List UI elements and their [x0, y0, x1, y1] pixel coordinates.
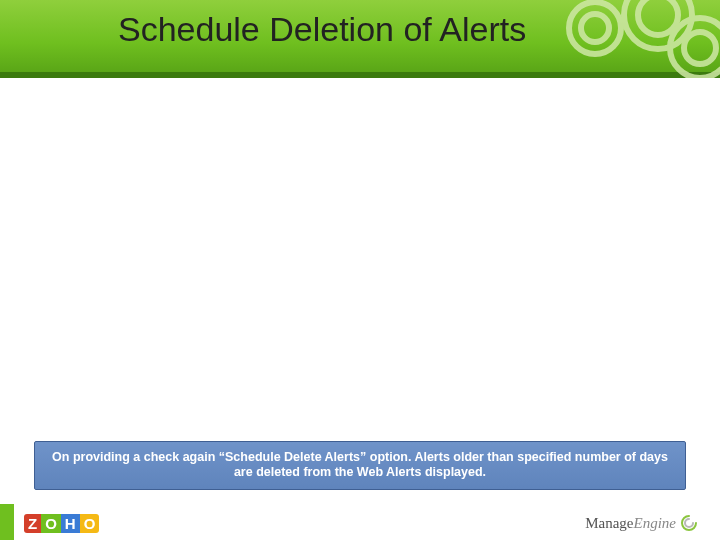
zoho-h: H	[61, 514, 80, 533]
manageengine-text: ManageEngine	[585, 514, 676, 532]
footer: Z O H O ManageEngine	[0, 504, 720, 540]
description-callout: On providing a check again “Schedule Del…	[34, 441, 686, 490]
zoho-logo: Z O H O	[24, 514, 99, 533]
svg-point-0	[569, 2, 621, 54]
svg-point-3	[638, 0, 678, 35]
svg-point-4	[670, 18, 720, 78]
slide-title: Schedule Deletion of Alerts	[118, 10, 526, 49]
zoho-o1: O	[41, 514, 61, 533]
svg-point-5	[684, 32, 716, 64]
manageengine-logo: ManageEngine	[585, 514, 698, 532]
content-area: On providing a check again “Schedule Del…	[0, 78, 720, 504]
svg-point-1	[581, 14, 609, 42]
manageengine-engine: Engine	[634, 515, 677, 531]
swirl-icon	[680, 514, 698, 532]
slide: Schedule Deletion of Alerts On providing…	[0, 0, 720, 540]
zoho-z: Z	[24, 514, 41, 533]
zoho-o2: O	[80, 514, 100, 533]
header-decoration	[540, 0, 720, 78]
manageengine-manage: Manage	[585, 515, 633, 531]
